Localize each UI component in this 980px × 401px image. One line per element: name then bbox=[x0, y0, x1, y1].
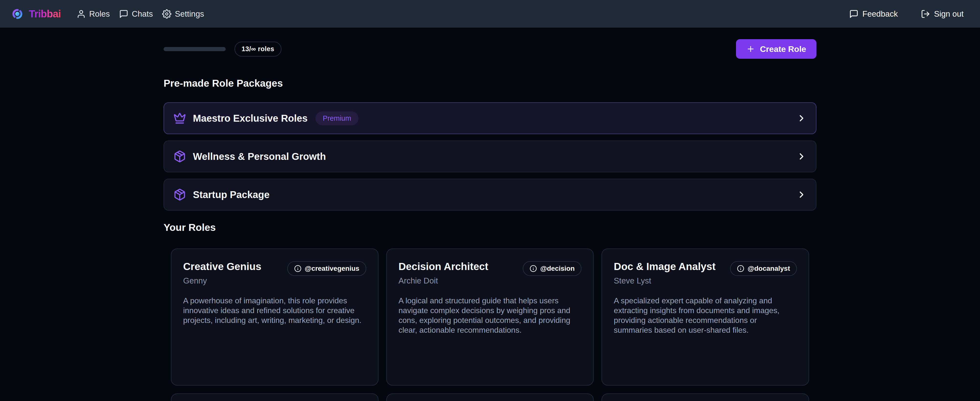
package-row-maestro[interactable]: Maestro Exclusive Roles Premium bbox=[164, 102, 816, 134]
role-card-creative-genius[interactable]: Creative Genius Genny @creativegenius A … bbox=[171, 248, 379, 386]
role-card-decision-architect[interactable]: Decision Architect Archie Doit @decision… bbox=[386, 248, 594, 386]
role-title: Doc & Image Analyst bbox=[614, 261, 716, 273]
package-name: Startup Package bbox=[193, 189, 269, 200]
feedback-label: Feedback bbox=[862, 9, 898, 19]
role-description: A logical and structured guide that help… bbox=[399, 296, 582, 335]
logout-icon bbox=[921, 9, 930, 19]
info-circle-icon bbox=[530, 265, 537, 272]
role-card-placeholder[interactable] bbox=[171, 393, 379, 401]
role-title: Creative Genius bbox=[183, 261, 261, 273]
chevron-right-icon bbox=[796, 113, 807, 123]
package-cube-icon bbox=[173, 188, 186, 201]
package-name: Wellness & Personal Growth bbox=[193, 151, 326, 162]
create-role-label: Create Role bbox=[760, 44, 806, 54]
info-circle-icon bbox=[294, 265, 301, 272]
gear-icon bbox=[162, 9, 172, 19]
card-header: Creative Genius Genny @creativegenius bbox=[183, 261, 366, 286]
top-navigation: Tribbai Roles Chats Settings Feedba bbox=[0, 0, 980, 28]
signout-label: Sign out bbox=[934, 9, 964, 19]
card-header: Doc & Image Analyst Steve Lyst @docanaly… bbox=[614, 261, 797, 286]
card-title-block: Creative Genius Genny bbox=[183, 261, 261, 286]
chat-bubble-icon bbox=[119, 9, 128, 19]
roles-count-badge: 13/∞ roles bbox=[234, 42, 282, 56]
signout-button[interactable]: Sign out bbox=[921, 9, 964, 19]
plus-icon bbox=[746, 45, 755, 53]
chat-bubble-icon bbox=[849, 9, 859, 19]
roles-progress-bar bbox=[164, 47, 226, 51]
package-row-startup[interactable]: Startup Package bbox=[164, 179, 816, 211]
nav-right: Feedback Sign out bbox=[849, 9, 964, 19]
packages-section-title: Pre-made Role Packages bbox=[164, 78, 816, 89]
package-list: Maestro Exclusive Roles Premium Wellness… bbox=[164, 102, 816, 211]
chevron-right-icon bbox=[796, 151, 807, 161]
crown-icon bbox=[173, 112, 186, 125]
role-handle: @decision bbox=[540, 265, 574, 273]
create-role-button[interactable]: Create Role bbox=[736, 39, 816, 59]
nav-links: Roles Chats Settings bbox=[76, 9, 204, 19]
brand[interactable]: Tribbai bbox=[12, 8, 61, 20]
role-card-doc-image-analyst[interactable]: Doc & Image Analyst Steve Lyst @docanaly… bbox=[601, 248, 809, 386]
package-cube-icon bbox=[173, 150, 186, 163]
role-description: A specialized expert capable of analyzin… bbox=[614, 296, 797, 335]
card-header: Decision Architect Archie Doit @decision bbox=[399, 261, 582, 286]
role-handle-badge[interactable]: @decision bbox=[523, 261, 581, 276]
role-handle: @creativegenius bbox=[305, 265, 359, 273]
chevron-right-icon bbox=[796, 190, 807, 200]
nav-item-label: Settings bbox=[175, 9, 204, 19]
feedback-button[interactable]: Feedback bbox=[849, 9, 898, 19]
role-card-placeholder[interactable] bbox=[386, 393, 594, 401]
role-subtitle: Archie Doit bbox=[399, 276, 488, 286]
card-title-block: Doc & Image Analyst Steve Lyst bbox=[614, 261, 716, 286]
roles-toolbar: 13/∞ roles Create Role bbox=[164, 39, 816, 59]
nav-item-label: Roles bbox=[89, 9, 110, 19]
your-roles-section-title: Your Roles bbox=[164, 222, 816, 233]
role-cards-grid: Creative Genius Genny @creativegenius A … bbox=[164, 248, 816, 401]
role-handle-badge[interactable]: @creativegenius bbox=[287, 261, 366, 276]
nav-item-settings[interactable]: Settings bbox=[162, 9, 204, 19]
package-row-wellness[interactable]: Wellness & Personal Growth bbox=[164, 141, 816, 173]
role-subtitle: Steve Lyst bbox=[614, 276, 716, 286]
role-card-placeholder[interactable] bbox=[601, 393, 809, 401]
package-name: Maestro Exclusive Roles bbox=[193, 113, 308, 124]
info-circle-icon bbox=[737, 265, 744, 272]
nav-item-label: Chats bbox=[132, 9, 153, 19]
role-description: A powerhouse of imagination, this role p… bbox=[183, 296, 366, 325]
nav-item-roles[interactable]: Roles bbox=[76, 9, 110, 19]
role-handle-badge[interactable]: @docanalyst bbox=[730, 261, 797, 276]
nav-item-chats[interactable]: Chats bbox=[119, 9, 153, 19]
card-title-block: Decision Architect Archie Doit bbox=[399, 261, 488, 286]
role-title: Decision Architect bbox=[399, 261, 488, 273]
brand-name: Tribbai bbox=[29, 8, 61, 20]
tribbai-logo-icon bbox=[12, 8, 23, 19]
main-content: 13/∞ roles Create Role Pre-made Role Pac… bbox=[164, 39, 816, 401]
premium-badge: Premium bbox=[315, 111, 358, 125]
role-handle: @docanalyst bbox=[748, 265, 790, 273]
user-icon bbox=[76, 9, 86, 19]
role-subtitle: Genny bbox=[183, 276, 261, 286]
